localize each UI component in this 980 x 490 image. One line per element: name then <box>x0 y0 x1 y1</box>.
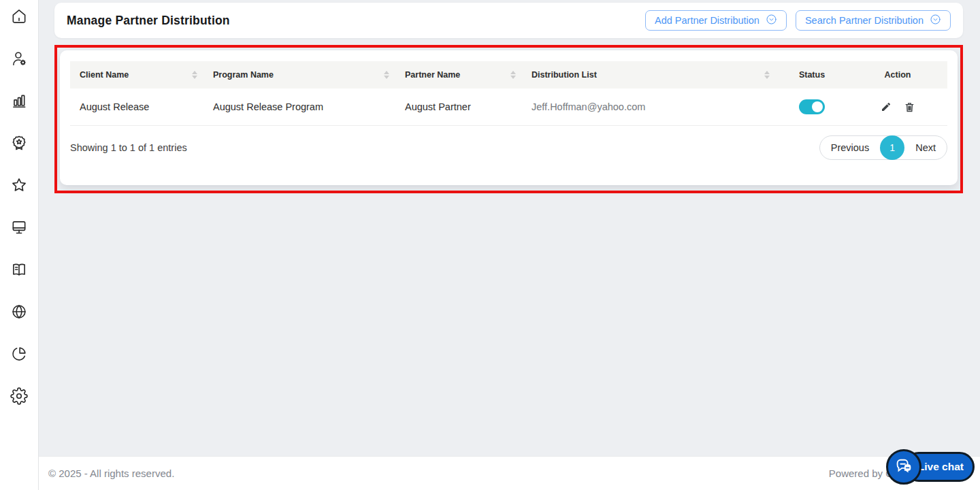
powered-by-text: Powered by C <box>829 468 893 479</box>
search-partner-distribution-label: Search Partner Distribution <box>805 15 924 26</box>
column-header-distribution-list[interactable]: Distribution List <box>522 70 776 80</box>
pagination: Previous 1 Next <box>819 135 947 160</box>
next-page-button[interactable]: Next <box>904 135 947 160</box>
partner-distribution-table-card: Client Name Program Name Partner Name <box>60 50 958 185</box>
column-header-status: Status <box>776 70 848 80</box>
sort-icon[interactable] <box>384 71 389 79</box>
live-chat-bubble-icon[interactable] <box>886 449 921 485</box>
book-icon[interactable] <box>10 261 28 278</box>
chevron-down-circle-icon <box>930 14 941 27</box>
cell-status <box>776 99 848 114</box>
pencil-icon <box>881 101 892 112</box>
add-partner-distribution-label: Add Partner Distribution <box>655 15 760 26</box>
footer: © 2025 - All rights reserved. Powered by… <box>39 456 980 490</box>
star-icon[interactable] <box>10 176 28 194</box>
user-settings-icon[interactable] <box>10 50 28 67</box>
live-chat-label: Live chat <box>918 461 964 473</box>
globe-icon[interactable] <box>10 303 28 321</box>
edit-button[interactable] <box>881 101 892 112</box>
page-header: Manage Partner Distribution Add Partner … <box>54 3 963 38</box>
search-partner-distribution-button[interactable]: Search Partner Distribution <box>796 10 951 31</box>
header-buttons: Add Partner Distribution Search Partner … <box>645 10 951 31</box>
current-page-button[interactable]: 1 <box>880 135 904 160</box>
sort-icon[interactable] <box>510 71 516 79</box>
cell-program-name: August Release Program <box>203 101 395 112</box>
cell-client-name: August Release <box>70 101 203 112</box>
sort-icon[interactable] <box>192 71 197 79</box>
sort-icon[interactable] <box>764 71 770 79</box>
monitor-icon[interactable] <box>10 218 28 236</box>
live-chat-widget[interactable]: Live chat <box>886 449 975 485</box>
copyright-text: © 2025 - All rights reserved. <box>48 468 174 479</box>
add-partner-distribution-button[interactable]: Add Partner Distribution <box>645 10 787 31</box>
previous-page-button[interactable]: Previous <box>820 135 880 160</box>
sidebar <box>0 0 39 490</box>
status-toggle[interactable] <box>799 99 825 114</box>
cell-action <box>848 101 947 113</box>
page-title: Manage Partner Distribution <box>67 14 230 28</box>
table-row: August Release August Release Program Au… <box>70 88 947 126</box>
delete-button[interactable] <box>904 101 915 113</box>
award-badge-icon[interactable] <box>10 134 28 152</box>
bar-chart-icon[interactable] <box>10 92 28 110</box>
home-icon[interactable] <box>10 7 28 25</box>
cell-partner-name: August Partner <box>395 101 522 112</box>
table-footer: Showing 1 to 1 of 1 entries Previous 1 N… <box>70 135 947 160</box>
chevron-down-circle-icon <box>766 14 777 27</box>
settings-gear-icon[interactable] <box>10 387 28 405</box>
cell-distribution-list: Jeff.Hoffman@yahoo.com <box>522 101 776 112</box>
column-header-program-name[interactable]: Program Name <box>203 70 395 80</box>
column-header-client-name[interactable]: Client Name <box>70 70 203 80</box>
highlighted-region: Client Name Program Name Partner Name <box>54 45 963 193</box>
entries-summary: Showing 1 to 1 of 1 entries <box>70 142 187 153</box>
toggle-knob <box>812 101 823 112</box>
trash-icon <box>904 101 915 113</box>
column-header-action: Action <box>848 70 947 80</box>
column-header-partner-name[interactable]: Partner Name <box>395 70 522 80</box>
table-header-row: Client Name Program Name Partner Name <box>70 61 947 88</box>
pie-chart-icon[interactable] <box>10 345 28 363</box>
